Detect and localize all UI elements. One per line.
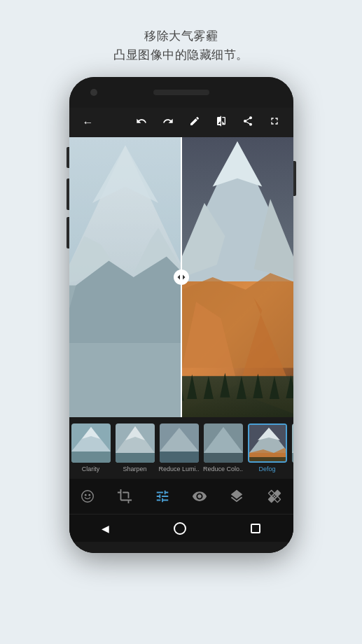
nav-home-button[interactable] bbox=[174, 522, 186, 535]
top-text-area: 移除大气雾霾 凸显图像中的隐藏细节。 bbox=[113, 27, 249, 64]
filter-reduce-lumi-label: Reduce Lumi.. bbox=[158, 465, 199, 472]
eye-tool-button[interactable] bbox=[192, 489, 207, 504]
bottom-toolbar bbox=[69, 479, 293, 514]
mountain-after-svg bbox=[181, 137, 293, 417]
toolbar-right-icons bbox=[132, 115, 284, 130]
filter-defog-thumb bbox=[248, 424, 287, 463]
split-handle[interactable] bbox=[174, 270, 189, 285]
nav-bar: ◀ bbox=[69, 514, 293, 542]
filter-sharpen[interactable]: Sharpen bbox=[113, 424, 157, 472]
before-image bbox=[69, 137, 181, 417]
share-button[interactable] bbox=[239, 115, 257, 130]
phone-screen: ← bbox=[69, 108, 293, 553]
svg-rect-8 bbox=[69, 137, 181, 417]
headline-line2: 凸显图像中的隐藏细节。 bbox=[113, 46, 249, 64]
power-button bbox=[293, 161, 296, 196]
filter-reduce-lumi[interactable]: Reduce Lumi.. bbox=[158, 424, 201, 472]
filter-strip: Clarity Sharpen bbox=[69, 417, 293, 479]
phone-top-bezel bbox=[69, 77, 293, 108]
svg-rect-40 bbox=[204, 453, 243, 463]
nav-back-button[interactable]: ◀ bbox=[102, 523, 109, 534]
filter-clarity-label: Clarity bbox=[82, 465, 100, 472]
svg-rect-34 bbox=[116, 453, 155, 463]
back-button[interactable]: ← bbox=[79, 116, 97, 129]
app-toolbar: ← bbox=[69, 108, 293, 137]
layers-tool-button[interactable] bbox=[229, 489, 244, 504]
svg-marker-46 bbox=[249, 457, 287, 463]
healing-tool-button[interactable] bbox=[267, 489, 282, 504]
compare-button[interactable] bbox=[212, 115, 230, 130]
edit-button[interactable] bbox=[186, 115, 204, 130]
phone-wrapper: ← bbox=[69, 77, 293, 567]
speaker-grille bbox=[153, 90, 209, 95]
phone-bottom-bezel bbox=[69, 542, 293, 553]
filter-clarity-thumb bbox=[71, 424, 111, 463]
svg-point-51 bbox=[85, 494, 87, 496]
filter-e[interactable]: E bbox=[290, 424, 293, 472]
phone-body: ← bbox=[69, 77, 293, 553]
filter-sharpen-thumb bbox=[116, 424, 155, 463]
adjust-tool-button[interactable] bbox=[155, 489, 170, 504]
headline-line1: 移除大气雾霾 bbox=[113, 27, 249, 46]
filter-sharpen-label: Sharpen bbox=[123, 465, 146, 472]
redo-button[interactable] bbox=[159, 115, 177, 130]
filter-reduce-color[interactable]: Reduce Colo.. bbox=[202, 424, 245, 472]
image-area bbox=[69, 137, 293, 417]
filter-reduce-lumi-thumb bbox=[160, 424, 199, 463]
front-camera bbox=[90, 89, 97, 96]
crop-tool-button[interactable] bbox=[117, 489, 132, 504]
filter-defog-label: Defog bbox=[258, 465, 275, 472]
after-image bbox=[181, 137, 293, 417]
filter-defog[interactable]: Defog bbox=[246, 424, 289, 472]
filter-reduce-color-thumb bbox=[204, 424, 243, 463]
undo-button[interactable] bbox=[132, 115, 151, 130]
filter-reduce-color-label: Reduce Colo.. bbox=[203, 465, 243, 472]
nav-recents-button[interactable] bbox=[251, 524, 260, 533]
filter-e-thumb bbox=[292, 424, 293, 463]
svg-rect-49 bbox=[292, 453, 293, 463]
mountain-before-svg bbox=[69, 137, 181, 417]
svg-rect-37 bbox=[160, 451, 199, 463]
fullscreen-button[interactable] bbox=[265, 115, 284, 130]
face-tool-button[interactable] bbox=[80, 489, 95, 504]
svg-rect-30 bbox=[71, 451, 111, 463]
filter-clarity[interactable]: Clarity bbox=[69, 424, 113, 472]
split-line[interactable] bbox=[181, 137, 182, 417]
svg-point-52 bbox=[89, 494, 91, 496]
